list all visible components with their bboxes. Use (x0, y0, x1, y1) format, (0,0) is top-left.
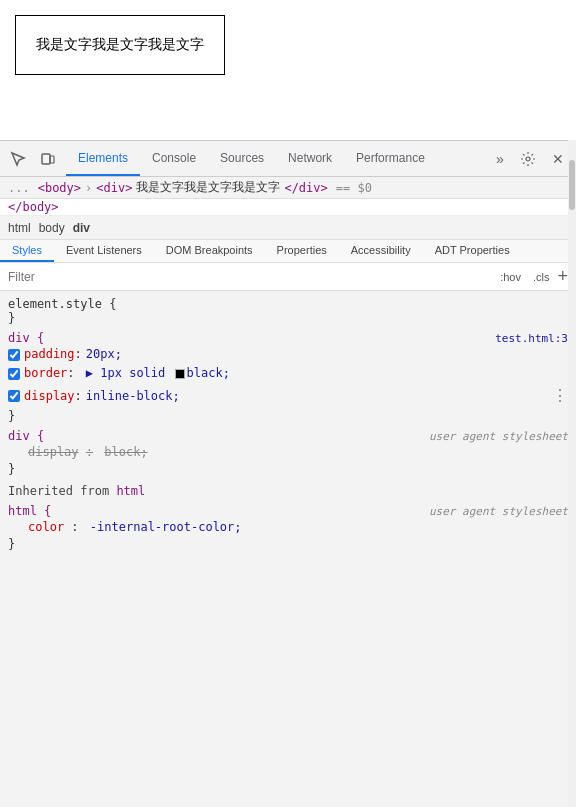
property-more-button[interactable]: ⋮ (552, 383, 568, 409)
color-property-row: color : -internal-root-color; (8, 518, 568, 537)
cls-filter-button[interactable]: .cls (529, 270, 554, 284)
tab-console[interactable]: Console (140, 141, 208, 176)
tab-performance[interactable]: Performance (344, 141, 437, 176)
breadcrumb-body-tag[interactable]: <body> (38, 181, 81, 195)
scrollbar-thumb (569, 160, 575, 210)
element-path-div[interactable]: div (73, 221, 90, 235)
padding-checkbox[interactable] (8, 349, 20, 361)
div-selector[interactable]: div { (8, 331, 44, 345)
breadcrumb-dots: ... (8, 181, 30, 195)
html-rule-header: html { user agent stylesheet (8, 504, 568, 518)
filter-bar: :hov .cls + (0, 263, 576, 291)
style-subtabs: Styles Event Listeners DOM Breakpoints P… (0, 240, 576, 263)
element-style-selector[interactable]: element.style { (8, 297, 568, 311)
tab-network[interactable]: Network (276, 141, 344, 176)
hov-filter-button[interactable]: :hov (496, 270, 525, 284)
color-prop-name[interactable]: color (28, 520, 64, 534)
filter-input[interactable] (8, 270, 496, 284)
element-path-html[interactable]: html (8, 221, 31, 235)
border-checkbox[interactable] (8, 368, 20, 380)
display-prop-name[interactable]: display (24, 387, 75, 406)
ua-stylesheet-label: user agent stylesheet (429, 430, 568, 443)
div-ua-rule-header: div { user agent stylesheet (8, 429, 568, 443)
element-path: html body div (0, 216, 576, 240)
body-close-tag: </body> (0, 199, 576, 216)
devtools-toolbar: Elements Console Sources Network Perform… (0, 141, 576, 177)
display-checkbox[interactable] (8, 390, 20, 402)
html-rule-ua: html { user agent stylesheet color : -in… (0, 502, 576, 555)
devtools-scrollbar[interactable] (568, 140, 576, 807)
subtab-adt-properties[interactable]: ADT Properties (423, 240, 522, 262)
devtools-icon-group (0, 145, 66, 173)
svg-rect-1 (50, 156, 54, 163)
inherited-from-label: Inherited from html (0, 480, 576, 502)
add-style-button[interactable]: + (557, 266, 568, 287)
element-style-rule: element.style { } (0, 295, 576, 329)
display-property-row: display : inline-block; ⋮ (8, 383, 568, 409)
element-style-close: } (8, 311, 568, 325)
border-property-row: border : ▶ 1px solid black; (8, 364, 568, 383)
devtools-panel: Elements Console Sources Network Perform… (0, 140, 576, 807)
subtab-dom-breakpoints[interactable]: DOM Breakpoints (154, 240, 265, 262)
div-rule-ua: div { user agent stylesheet display : bl… (0, 427, 576, 480)
breadcrumb-div-close: </div> (284, 181, 327, 195)
css-rules-panel: element.style { } div { test.html:3 padd… (0, 291, 576, 807)
rule-source-link[interactable]: test.html:3 (495, 332, 568, 345)
div-rule-main: div { test.html:3 padding : 20px; border… (0, 329, 576, 427)
div-rule-header: div { test.html:3 (8, 331, 568, 345)
div-ua-rule-close: } (8, 462, 568, 476)
svg-point-2 (526, 157, 530, 161)
color-swatch[interactable] (175, 369, 185, 379)
svg-rect-0 (42, 154, 50, 164)
subtab-event-listeners[interactable]: Event Listeners (54, 240, 154, 262)
breadcrumb-arrow: › (85, 181, 92, 195)
subtab-properties[interactable]: Properties (265, 240, 339, 262)
display-prop-value[interactable]: inline-block; (86, 387, 180, 406)
display-ua-prop-name: display (28, 445, 79, 459)
div-rule-close: } (8, 409, 568, 423)
settings-button[interactable] (514, 145, 542, 173)
page-content: 我是文字我是文字我是文字 (0, 0, 576, 140)
filter-actions: :hov .cls + (496, 266, 568, 287)
display-ua-prop-value: block; (104, 445, 147, 459)
border-prop-name[interactable]: border (24, 364, 67, 383)
demo-text: 我是文字我是文字我是文字 (36, 36, 204, 52)
inspect-button[interactable] (4, 145, 32, 173)
subtab-accessibility[interactable]: Accessibility (339, 240, 423, 262)
device-toggle-button[interactable] (34, 145, 62, 173)
div-ua-selector[interactable]: div { (8, 429, 44, 443)
tab-sources[interactable]: Sources (208, 141, 276, 176)
devtools-actions: ✕ (514, 145, 576, 173)
display-ua-property-row: display : block; (8, 443, 568, 462)
more-tabs-button[interactable]: » (486, 145, 514, 173)
tab-elements[interactable]: Elements (66, 141, 140, 176)
breadcrumb-equals: == $0 (336, 181, 372, 195)
element-path-body[interactable]: body (39, 221, 65, 235)
html-ua-stylesheet-label: user agent stylesheet (429, 505, 568, 518)
padding-prop-name[interactable]: padding (24, 345, 75, 364)
html-rule-close: } (8, 537, 568, 551)
subtab-styles[interactable]: Styles (0, 240, 54, 262)
padding-property-row: padding : 20px; (8, 345, 568, 364)
devtools-tabs: Elements Console Sources Network Perform… (66, 141, 486, 176)
breadcrumb-inner-text: 我是文字我是文字我是文字 (136, 179, 280, 196)
demo-element: 我是文字我是文字我是文字 (15, 15, 225, 75)
breadcrumb-div-open[interactable]: <div> (96, 181, 132, 195)
inherited-from-tag[interactable]: html (116, 484, 145, 498)
html-selector[interactable]: html { (8, 504, 51, 518)
color-prop-value[interactable]: -internal-root-color; (90, 520, 242, 534)
border-prop-value[interactable]: ▶ 1px solid black; (79, 364, 230, 383)
breadcrumb-bar: ... <body> › <div> 我是文字我是文字我是文字 </div> =… (0, 177, 576, 199)
padding-prop-value[interactable]: 20px; (86, 345, 122, 364)
